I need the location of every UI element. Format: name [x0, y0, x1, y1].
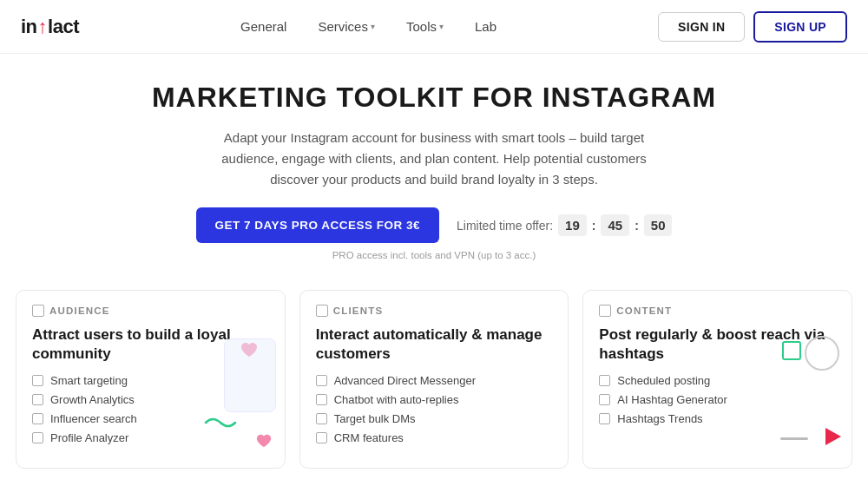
signin-button[interactable]: SIGN IN	[658, 12, 745, 42]
countdown-wrapper: Limited time offer: 19 : 45 : 50	[457, 214, 672, 236]
countdown-seconds: 50	[644, 214, 673, 236]
clients-category: CLIENTS	[316, 305, 553, 317]
checkbox-icon	[32, 413, 43, 424]
countdown-label: Limited time offer:	[457, 219, 553, 233]
checkbox-icon	[316, 394, 327, 405]
content-feature-3: Hashtags Trends	[599, 412, 836, 425]
audience-category: AUDIENCE	[32, 305, 269, 317]
countdown-sep-1: :	[592, 219, 596, 233]
audience-card: AUDIENCE Attract users to build a loyal …	[16, 290, 286, 469]
countdown-minutes: 45	[601, 214, 629, 236]
clients-feature-4: CRM features	[316, 431, 553, 444]
clients-feature-1: Advanced Direct Messenger	[316, 374, 553, 387]
checkbox-icon	[599, 375, 610, 386]
content-category-icon	[599, 305, 611, 317]
logo-icon: ↑	[38, 16, 48, 38]
checkbox-icon	[316, 375, 327, 386]
checkbox-icon	[32, 394, 43, 405]
heart-deco-bottom	[255, 433, 273, 452]
hero-section: MARKETING TOOLKIT FOR INSTAGRAM Adapt yo…	[0, 54, 868, 278]
hero-title: MARKETING TOOLKIT FOR INSTAGRAM	[17, 82, 851, 114]
clients-title: Interact automatically & manage customer…	[316, 325, 553, 364]
signup-button[interactable]: SIGN UP	[753, 11, 847, 43]
checkbox-icon	[599, 413, 610, 424]
logo-text-after: lact	[48, 16, 79, 38]
nav-links: General Services ▾ Tools ▾ Lab	[228, 12, 509, 41]
nav-services[interactable]: Services ▾	[306, 12, 387, 41]
triangle-deco	[825, 428, 841, 449]
logo-text-before: in	[21, 16, 37, 38]
nav-tools[interactable]: Tools ▾	[394, 12, 456, 41]
hero-note: PRO access incl. tools and VPN (up to 3 …	[17, 250, 851, 260]
phone-card-deco	[224, 338, 276, 412]
hero-description: Adapt your Instagram account for busines…	[208, 128, 660, 190]
hero-cta-row: GET 7 DAYS PRO ACCESS FOR 3€ Limited tim…	[17, 207, 851, 243]
chevron-down-icon: ▾	[439, 22, 444, 31]
checkbox-icon	[599, 394, 610, 405]
nav-actions: SIGN IN SIGN UP	[658, 11, 847, 43]
nav-lab[interactable]: Lab	[463, 12, 509, 41]
checkbox-icon	[32, 432, 43, 443]
circle-deco	[805, 336, 839, 371]
clients-category-icon	[316, 305, 328, 317]
squiggle-deco	[204, 414, 237, 435]
checkbox-icon	[316, 432, 327, 443]
nav-general[interactable]: General	[228, 12, 299, 41]
logo[interactable]: in↑lact	[21, 16, 79, 38]
checkbox-icon	[316, 413, 327, 424]
content-feature-1: Scheduled posting	[599, 374, 836, 387]
audience-category-icon	[32, 305, 44, 317]
content-category: CONTENT	[599, 305, 836, 317]
cards-row: AUDIENCE Attract users to build a loyal …	[0, 278, 868, 469]
clients-feature-3: Target bulk DMs	[316, 412, 553, 425]
content-card: CONTENT Post regularly & boost reach via…	[582, 290, 852, 469]
content-feature-2: AI Hashtag Generator	[599, 393, 836, 406]
cta-button[interactable]: GET 7 DAYS PRO ACCESS FOR 3€	[196, 207, 440, 243]
chevron-down-icon: ▾	[371, 22, 375, 31]
countdown-hours: 19	[558, 214, 587, 236]
svg-marker-0	[825, 428, 841, 445]
countdown-sep-2: :	[635, 219, 639, 233]
minus-deco	[780, 437, 808, 440]
navbar: in↑lact General Services ▾ Tools ▾ Lab S…	[0, 0, 868, 54]
clients-card: CLIENTS Interact automatically & manage …	[299, 290, 569, 469]
square-deco	[782, 341, 801, 360]
checkbox-icon	[32, 375, 43, 386]
clients-feature-2: Chatbot with auto-replies	[316, 393, 553, 406]
